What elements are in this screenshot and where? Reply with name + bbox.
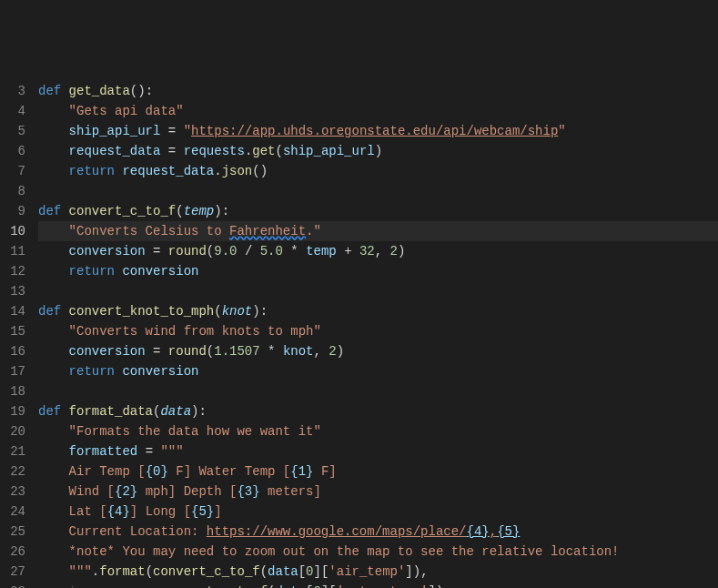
code-editor[interactable]: 3456789101112131415161718192021222324252… (0, 80, 718, 588)
token-pun: ): (252, 304, 268, 319)
token-pun: ][ (321, 584, 337, 588)
token-doc: "Gets api data" (69, 104, 184, 118)
code-line[interactable]: Lat [{4}] Long [{5}] (38, 502, 718, 522)
token-pun: [ (298, 564, 306, 579)
code-line[interactable]: def convert_knot_to_mph(knot): (38, 301, 718, 321)
line-number: 5 (0, 121, 25, 141)
token-doc: "Converts Celsius to (69, 224, 229, 238)
token-op: * (283, 244, 306, 259)
code-line[interactable]: conversion = round(9.0 / 5.0 * temp + 32… (38, 241, 718, 261)
line-number: 19 (0, 401, 25, 421)
code-line[interactable]: "Converts wind from knots to mph" (38, 321, 718, 341)
line-number: 16 (0, 341, 25, 361)
line-number: 3 (0, 81, 25, 101)
line-number: 10 (0, 221, 25, 241)
token-var: {5} (497, 524, 520, 539)
token-stru: , (490, 524, 497, 539)
token-pun: ]), (405, 564, 428, 579)
line-number: 8 (0, 181, 25, 201)
token-var: data (268, 564, 298, 579)
token-num: 1.1507 (214, 344, 259, 359)
token-num: 0 (313, 584, 320, 588)
code-line[interactable]: Current Location: https://www.google.com… (38, 522, 718, 542)
code-line[interactable]: | convert_c_to_f(data[0]['water_temp']), (38, 582, 718, 588)
code-line[interactable]: def get_data(): (38, 81, 718, 101)
code-line[interactable] (38, 281, 718, 301)
token-num: 32 (359, 244, 375, 259)
token-kw: def (38, 404, 69, 419)
token-var: requests (184, 144, 245, 158)
token-pun: . (214, 164, 221, 178)
token-op: = (146, 244, 168, 259)
token-stru: https://www.google.com/maps/place/ (207, 524, 467, 539)
code-line[interactable]: Wind [{2} mph] Depth [{3} meters] (38, 482, 718, 502)
line-number: 28 (0, 582, 25, 588)
code-line[interactable]: """.format(convert_c_to_f(data[0]['air_t… (38, 562, 718, 582)
token-var: {4} (107, 504, 130, 519)
code-line[interactable]: *note* You may need to zoom out on the m… (38, 542, 718, 562)
code-line[interactable]: "Gets api data" (38, 101, 718, 121)
token-var: conversion (69, 344, 146, 359)
token-var: {3} (237, 484, 259, 499)
code-line[interactable]: return request_data.json() (38, 161, 718, 181)
token-str: Wind [ (69, 484, 115, 499)
token-docwave: Fahrenheit (229, 224, 306, 238)
token-prm: data (160, 404, 191, 419)
code-line[interactable]: formatted = """ (38, 441, 718, 461)
code-line[interactable]: "Formats the data how we want it" (38, 421, 718, 441)
token-var: {1} (290, 464, 313, 479)
token-str: *note* You may need to zoom out on the m… (69, 544, 620, 559)
token-fn: convert_c_to_f (69, 204, 177, 218)
token-pun: ): (191, 404, 207, 419)
code-line[interactable] (38, 181, 718, 201)
token-str: F] (313, 464, 336, 479)
token-pun: ) (337, 344, 344, 359)
token-pun: , (314, 344, 329, 359)
code-area[interactable]: def get_data(): "Gets api data" ship_api… (38, 80, 718, 588)
line-number: 4 (0, 101, 25, 121)
token-var: data (275, 584, 306, 588)
token-doc: ." (306, 224, 321, 238)
token-op: = (137, 444, 160, 459)
token-str: ] (214, 504, 221, 519)
code-line[interactable]: request_data = requests.get(ship_api_url… (38, 141, 718, 161)
token-var: knot (283, 344, 314, 359)
code-line[interactable]: ship_api_url = "https://app.uhds.oregons… (38, 121, 718, 141)
token-op: / (237, 244, 259, 259)
code-line[interactable]: return conversion (38, 361, 718, 381)
token-str: """ (69, 564, 92, 579)
token-kw: return (69, 364, 123, 379)
line-number: 23 (0, 482, 25, 502)
line-number: 25 (0, 522, 25, 542)
token-str: 'water_temp' (337, 584, 429, 588)
code-line[interactable]: def convert_c_to_f(temp): (38, 201, 718, 221)
token-str: 'air_temp' (329, 564, 405, 579)
code-line[interactable]: def format_data(data): (38, 401, 718, 421)
token-pun: , (375, 244, 390, 259)
code-line[interactable]: "Converts Celsius to Fahrenheit." (38, 221, 718, 241)
token-fn: round (168, 344, 207, 359)
code-line[interactable]: Air Temp [{0} F] Water Temp [{1} F] (38, 461, 718, 482)
line-number: 27 (0, 562, 25, 582)
token-num: 2 (329, 344, 336, 359)
token-var: conversion (122, 264, 198, 279)
token-num: 5.0 (260, 244, 283, 259)
token-fn: round (168, 244, 207, 259)
token-num: 9.0 (214, 244, 237, 259)
token-pun: ( (146, 564, 153, 579)
line-number: 13 (0, 281, 25, 301)
line-number: 17 (0, 361, 25, 381)
line-number: 22 (0, 461, 25, 482)
code-line[interactable]: return conversion (38, 261, 718, 281)
token-str: " (558, 124, 565, 138)
code-line[interactable] (38, 381, 718, 401)
token-kw: def (38, 204, 69, 218)
token-kw: def (38, 84, 69, 98)
code-line[interactable]: conversion = round(1.1507 * knot, 2) (38, 341, 718, 361)
line-number: 9 (0, 201, 25, 221)
token-op: * (260, 344, 283, 359)
token-op: = (146, 344, 168, 359)
token-pun: ): (214, 204, 229, 218)
token-pun: ( (214, 304, 221, 319)
line-number: 6 (0, 141, 25, 161)
